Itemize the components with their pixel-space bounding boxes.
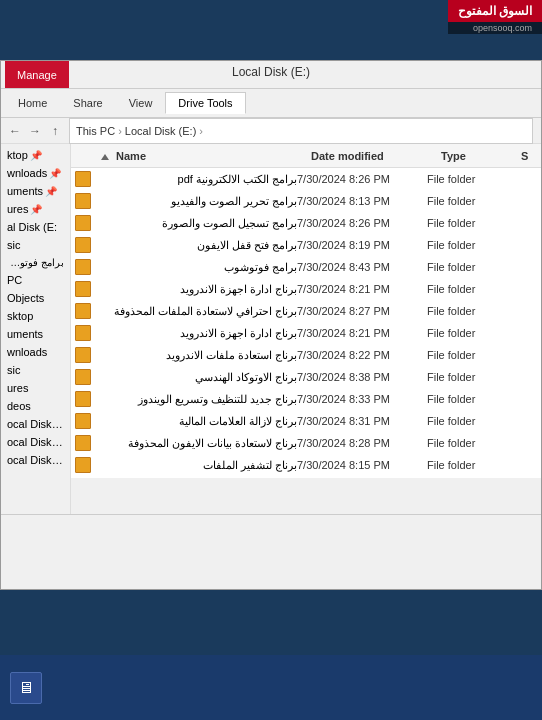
file-name: برامج الكتب الالكترونية pdf [97,173,297,186]
tab-manage[interactable]: Manage [5,61,69,88]
file-name: برناج جديد للتنظيف وتسريع الويندوز [97,393,297,406]
nav-desktop2[interactable]: sktop [1,307,70,325]
file-name: برناج استعادة ملفات الاندرويد [97,349,297,362]
back-button[interactable]: ← [5,121,25,141]
nav-disk-c[interactable]: ocal Disk (C:) [1,415,70,433]
watermark: السوق المفتوح opensooq.com [448,0,542,34]
file-date: 7/30/2024 8:28 PM [297,437,427,449]
explorer-window: Local Disk (E:) Manage Home Share View D… [0,60,542,590]
table-row[interactable]: برناج جديد للتنظيف وتسريع الويندوز7/30/2… [71,388,541,410]
file-date: 7/30/2024 8:31 PM [297,415,427,427]
breadcrumb-disk[interactable]: Local Disk (E:) [125,125,197,137]
nav-photoshop[interactable]: برامج فوتوشوب [1,254,70,271]
nav-documents[interactable]: uments📌 [1,182,70,200]
nav-documents2[interactable]: uments [1,325,70,343]
column-headers: Name Date modified Type S [71,144,541,168]
nav-this-pc[interactable]: PC [1,271,70,289]
folder-icon [75,347,91,363]
file-name: برناج لازالة العلامات المالية [97,415,297,428]
folder-icon [75,457,91,473]
nav-music2[interactable]: sic [1,361,70,379]
nav-panel: ktop📌 wnloads📌 uments📌 ures📌 al Disk (E:… [1,144,71,514]
file-type: File folder [427,195,507,207]
folder-icon [75,215,91,231]
tab-share[interactable]: Share [60,92,115,114]
taskbar: 🖥 [0,655,542,720]
up-button[interactable]: ↑ [45,121,65,141]
tab-home[interactable]: Home [5,92,60,114]
table-row[interactable]: برامج الكتب الالكترونية pdf7/30/2024 8:2… [71,168,541,190]
file-type: File folder [427,283,507,295]
file-date: 7/30/2024 8:19 PM [297,239,427,251]
ribbon-tabs: Home Share View Drive Tools [1,89,541,117]
folder-icon [75,391,91,407]
file-date: 7/30/2024 8:15 PM [297,459,427,471]
file-date: 7/30/2024 8:26 PM [297,217,427,229]
folder-icon [75,237,91,253]
nav-disk-e[interactable]: al Disk (E: [1,218,70,236]
ribbon-bar: Local Disk (E:) Manage Home Share View D… [1,61,541,118]
file-date: 7/30/2024 8:27 PM [297,305,427,317]
table-row[interactable]: برناج لاستعادة بيانات الايفون المحذوفة7/… [71,432,541,454]
table-row[interactable]: برامج فوتوشوب7/30/2024 8:43 PMFile folde… [71,256,541,278]
nav-disk-e2[interactable]: ocal Disk (E:) [1,433,70,451]
nav-music[interactable]: sic [1,236,70,254]
table-row[interactable]: برناج استعادة ملفات الاندرويد7/30/2024 8… [71,344,541,366]
file-type: File folder [427,393,507,405]
taskbar-icon-explorer[interactable]: 🖥 [10,672,42,704]
tab-view[interactable]: View [116,92,166,114]
table-row[interactable]: برناج لصناعة الصور المتحركة7/30/2024 8:3… [71,476,541,478]
folder-icon [75,193,91,209]
nav-controls: ← → ↑ This PC › Local Disk (E:) › [1,118,541,144]
file-date: 7/30/2024 8:21 PM [297,283,427,295]
nav-disk-f[interactable]: ocal Disk (F:) [1,451,70,469]
file-type: File folder [427,173,507,185]
folder-icon [75,435,91,451]
folder-icon [75,259,91,275]
file-list: برامج الكتب الالكترونية pdf7/30/2024 8:2… [71,168,541,478]
window-title: Local Disk (E:) [232,65,310,79]
status-bar [1,514,541,534]
file-type: File folder [427,261,507,273]
breadcrumb-pc[interactable]: This PC [76,125,115,137]
nav-downloads[interactable]: wnloads📌 [1,164,70,182]
file-name: برامج تسجيل الصوت والصورة [97,217,297,230]
nav-objects[interactable]: Objects [1,289,70,307]
file-name: برامج تحرير الصوت والفيديو [97,195,297,208]
col-date[interactable]: Date modified [307,150,437,162]
table-row[interactable]: برناج ادارة اجهزة الاندرويد7/30/2024 8:2… [71,322,541,344]
file-type: File folder [427,415,507,427]
table-row[interactable]: برامج تسجيل الصوت والصورة7/30/2024 8:26 … [71,212,541,234]
file-type: File folder [427,437,507,449]
address-bar[interactable]: This PC › Local Disk (E:) › [69,118,533,144]
table-row[interactable]: برناج لتشفير الملفات7/30/2024 8:15 PMFil… [71,454,541,476]
table-row[interactable]: برناج الاوتوكاد الهندسي7/30/2024 8:38 PM… [71,366,541,388]
file-name: برناج الاوتوكاد الهندسي [97,371,297,384]
col-type[interactable]: Type [437,150,517,162]
table-row[interactable]: برناج ادارة اجهزة الاندرويد7/30/2024 8:2… [71,278,541,300]
file-type: File folder [427,305,507,317]
watermark-sub: opensooq.com [448,22,542,34]
nav-downloads2[interactable]: wnloads [1,343,70,361]
forward-button[interactable]: → [25,121,45,141]
file-type: File folder [427,459,507,471]
nav-videos[interactable]: deos [1,397,70,415]
table-row[interactable]: برامج تحرير الصوت والفيديو7/30/2024 8:13… [71,190,541,212]
folder-icon [75,325,91,341]
tab-drive-tools[interactable]: Drive Tools [165,92,245,114]
folder-icon [75,303,91,319]
nav-pictures2[interactable]: ures [1,379,70,397]
content-area: ktop📌 wnloads📌 uments📌 ures📌 al Disk (E:… [1,144,541,514]
col-name[interactable]: Name [97,150,307,162]
nav-desktop[interactable]: ktop📌 [1,146,70,164]
file-name: برناج احترافي لاستعادة الملفات المحذوفة [97,305,297,318]
table-row[interactable]: برناج احترافي لاستعادة الملفات المحذوفة7… [71,300,541,322]
file-type: File folder [427,327,507,339]
col-size[interactable]: S [517,150,537,162]
file-name: برامج فوتوشوب [97,261,297,274]
table-row[interactable]: برناج لازالة العلامات المالية7/30/2024 8… [71,410,541,432]
file-date: 7/30/2024 8:43 PM [297,261,427,273]
table-row[interactable]: برامج فتح قفل الايفون7/30/2024 8:19 PMFi… [71,234,541,256]
nav-pictures[interactable]: ures📌 [1,200,70,218]
file-type: File folder [427,217,507,229]
